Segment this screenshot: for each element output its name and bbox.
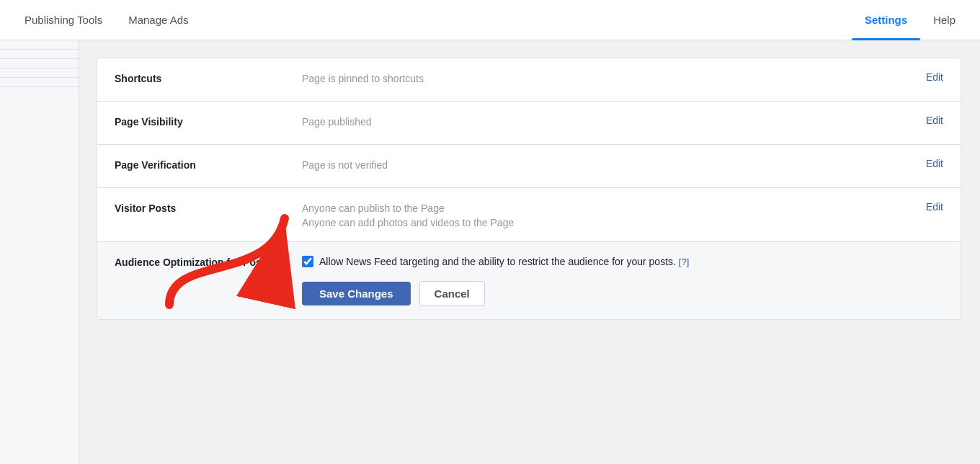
visitor-posts-edit[interactable]: Edit — [909, 201, 943, 213]
settings-row-verification: Page Verification Page is not verified E… — [97, 145, 961, 188]
shortcuts-edit[interactable]: Edit — [909, 71, 943, 83]
shortcuts-label: Shortcuts — [115, 71, 302, 84]
visibility-value: Page published — [302, 115, 909, 128]
nav-help[interactable]: Help — [920, 0, 968, 40]
visibility-edit[interactable]: Edit — [909, 115, 943, 126]
main-content: Shortcuts Page is pinned to shortcuts Ed… — [79, 40, 980, 464]
sidebar-divider-1 — [0, 49, 79, 50]
verification-value: Page is not verified — [302, 158, 909, 171]
audience-checkbox-label: Allow News Feed targeting and the abilit… — [319, 255, 689, 269]
save-changes-button[interactable]: Save Changes — [302, 282, 411, 305]
nav-manage-ads[interactable]: Manage Ads — [115, 0, 201, 40]
visibility-label: Page Visibility — [115, 115, 302, 128]
sidebar — [0, 40, 79, 464]
shortcuts-value: Page is pinned to shortcuts — [302, 71, 909, 84]
audience-label: Audience Optimization for Posts — [115, 255, 302, 268]
visitor-posts-value: Anyone can publish to the Page Anyone ca… — [302, 201, 909, 228]
settings-row-visitor-posts: Visitor Posts Anyone can publish to the … — [97, 188, 961, 242]
audience-checkbox[interactable] — [302, 256, 313, 267]
sidebar-divider-2 — [0, 58, 79, 59]
nav-publishing-tools[interactable]: Publishing Tools — [12, 0, 115, 40]
audience-row-top: Audience Optimization for Posts Allow Ne… — [115, 255, 943, 269]
page-layout: Shortcuts Page is pinned to shortcuts Ed… — [0, 40, 980, 464]
nav-settings[interactable]: Settings — [852, 0, 920, 40]
settings-row-audience: Audience Optimization for Posts Allow Ne… — [97, 242, 961, 319]
help-link[interactable]: [?] — [679, 256, 689, 267]
sidebar-divider-4 — [0, 77, 79, 78]
checkbox-area: Allow News Feed targeting and the abilit… — [302, 255, 943, 269]
sidebar-divider-5 — [0, 86, 79, 87]
verification-edit[interactable]: Edit — [909, 158, 943, 169]
cancel-button[interactable]: Cancel — [419, 281, 485, 306]
settings-row-shortcuts: Shortcuts Page is pinned to shortcuts Ed… — [97, 58, 961, 102]
settings-card: Shortcuts Page is pinned to shortcuts Ed… — [97, 58, 961, 320]
audience-row-bottom: Save Changes Cancel — [115, 281, 485, 306]
top-nav: Publishing Tools Manage Ads Settings Hel… — [0, 0, 980, 40]
verification-label: Page Verification — [115, 158, 302, 171]
visitor-posts-label: Visitor Posts — [115, 201, 302, 214]
settings-row-visibility: Page Visibility Page published Edit — [97, 102, 961, 145]
sidebar-divider-3 — [0, 68, 79, 68]
